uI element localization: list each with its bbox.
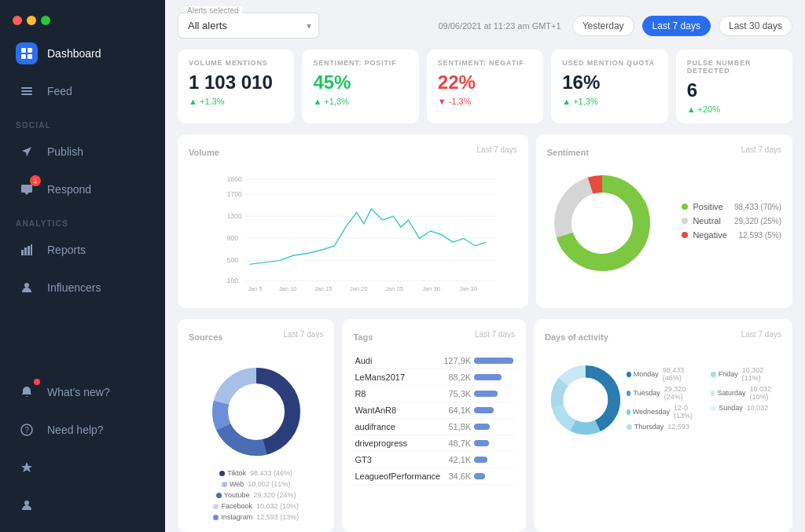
svg-text:100: 100 [227,277,238,284]
tag-bar-cell [472,402,515,419]
tags-table-row: GT3 42,1K [353,452,515,468]
svg-rect-4 [21,87,32,89]
svg-text:500: 500 [227,256,238,264]
monday-dot [627,372,631,377]
youtube-dot [216,493,222,498]
maximize-window-button[interactable] [41,16,50,25]
svg-rect-1 [28,48,32,53]
saturday-label: Saturday [717,389,745,397]
days-header: Days of activity Last 7 days [545,330,781,345]
respond-label: Respond [47,183,91,196]
sunday-value: 10,032 [747,404,769,412]
tag-bar-cell [472,369,515,386]
svg-text:Jan 30: Jan 30 [422,285,440,292]
days-card: Days of activity Last 7 days [534,319,792,532]
yesterday-btn[interactable]: Yesterday [572,16,634,36]
sources-header: Sources Last 7 days [189,330,323,345]
sources-legend: Tiktok 98,433 (46%) Web 10,002 (11%) You… [189,469,323,521]
legend-neutral: Neutral 29,320 (25%) [682,216,781,226]
sidebar-item-publish[interactable]: Publish [0,133,165,171]
stat-cards: VOLUME MENTIONS 1 103 010 ▲ +1,3% SENTIM… [178,50,792,123]
topbar-right: 09/06/2021 at 11:23 am GMT+1 Yesterday L… [438,16,792,36]
sidebar-item-feed[interactable]: Feed [0,72,165,110]
sentiment-chart-period: Last 7 days [741,145,781,154]
volume-delta: ▲ +1,3% [189,97,283,106]
legend-positive: Positive 98,433 (70%) [682,202,781,211]
minimize-window-button[interactable] [27,16,36,25]
volume-chart-title: Volume [189,148,219,157]
reports-icon [16,239,38,261]
sent-pos-value: 45% [313,72,407,94]
svg-point-11 [24,283,29,288]
bottom-row: Sources Last 7 days Tiktok [178,319,792,532]
sent-neg-delta: ▼ -1,3% [438,97,532,106]
tuesday-value: 29,320 (24%) [664,385,699,401]
tag-name: R8 [353,386,442,402]
sidebar-item-dashboard[interactable]: Dashboard [0,35,165,72]
close-window-button[interactable] [13,16,22,25]
respond-icon: 1 [16,178,38,200]
sent-pos-label: SENTIMENT: POSITIF [313,59,407,67]
sent-pos-delta: ▲ +1,3% [313,97,407,106]
volume-value: 1 103 010 [189,72,283,94]
tag-bar [474,473,484,479]
days-title: Days of activity [545,332,608,342]
svg-text:900: 900 [227,234,238,242]
stat-card-sent-neg: SENTIMENT: NEGATIF 22% ▼ -1,3% [427,50,543,123]
svg-rect-2 [21,54,26,59]
sources-card: Sources Last 7 days Tiktok [178,319,334,532]
bell-icon [16,381,38,403]
svg-text:Jan 25: Jan 25 [385,285,403,292]
sources-content: Tiktok 98,433 (46%) Web 10,002 (11%) You… [189,353,323,521]
tag-name: Audi [353,353,442,369]
tag-name: audifrance [353,419,442,435]
monday-legend: Monday 98,433 (46%) [627,366,698,382]
volume-chart-period: Last 7 days [477,145,517,154]
tag-bar [474,391,497,397]
feed-label: Feed [47,85,72,97]
days-donut-svg [545,353,627,447]
tags-title: Tags [353,332,373,342]
tag-value: 48,7K [442,435,472,452]
stat-card-volume: VOLUME MENTIONS 1 103 010 ▲ +1,3% [178,50,294,123]
alert-select[interactable]: All alerts [178,13,319,39]
sentiment-chart-title: Sentiment [547,148,589,157]
dashboard-label: Dashboard [47,47,101,60]
positive-dot [682,204,688,210]
facebook-label: Facebook [221,502,252,510]
tag-bar-cell [472,468,515,485]
sidebar-item-need-help[interactable]: ? Need help? [0,411,165,449]
tuesday-legend: Tuesday 29,320 (24%) [627,385,698,401]
wednesday-label: Wednesday [633,408,670,416]
saturday-dot [711,391,715,396]
sidebar-item-respond[interactable]: 1 Respond [0,171,165,208]
sunday-label: Sunday [719,404,743,412]
tag-bar [474,457,487,463]
quota-value: 16% [562,72,656,94]
days-donut-wrap: Monday 98,433 (46%) Tuesday 29,320 (24%)… [545,353,781,447]
tags-table-row: audifrance 51,8K [353,419,515,435]
tag-name: WantAnR8 [353,402,442,419]
sidebar-item-starred[interactable] [0,449,165,486]
svg-text:1800: 1800 [227,175,242,183]
sidebar-item-whats-new[interactable]: What's new? [0,373,165,411]
volume-chart-card: Volume Last 7 days 1800 1700 1300 900 50… [178,134,528,308]
tag-value: 34,6K [442,468,472,485]
sidebar-item-influencers[interactable]: Influencers [0,269,165,306]
neutral-dot [682,218,688,224]
star-icon [16,457,38,479]
svg-point-44 [236,391,277,432]
sidebar-item-profile[interactable] [0,486,165,524]
whats-new-label: What's new? [47,386,110,398]
svg-text:?: ? [24,426,29,435]
pulse-delta: ▲ +20% [687,105,781,114]
last-7-days-btn[interactable]: Last 7 days [642,16,711,36]
tag-value: 75,3K [442,386,472,402]
tags-table-row: WantAnR8 64,1K [353,402,515,419]
sidebar-item-reports[interactable]: Reports [0,231,165,269]
tags-table-row: Audi 127,9K [353,353,515,369]
saturday-value: 10,032 (10%) [749,385,781,401]
tags-card: Tags Last 7 days Audi 127,9K LeMans2017 … [342,319,526,532]
instagram-value: 12,593 (13%) [256,513,299,521]
last-30-days-btn[interactable]: Last 30 days [719,16,792,36]
